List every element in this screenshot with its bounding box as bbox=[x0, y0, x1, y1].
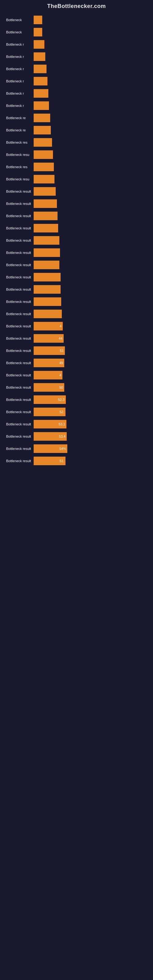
bar-container bbox=[33, 16, 147, 24]
bar-row: Bottleneck r bbox=[6, 38, 147, 50]
bar-container bbox=[33, 187, 147, 196]
bar-row: Bottleneck r bbox=[6, 51, 147, 62]
bar bbox=[33, 175, 54, 183]
bar-value: 4 bbox=[59, 373, 61, 377]
bar bbox=[33, 40, 45, 49]
bar-container: 52. bbox=[33, 407, 147, 416]
bar bbox=[33, 28, 42, 37]
bar-container bbox=[33, 310, 147, 318]
bar-row: Bottleneck res bbox=[6, 137, 147, 148]
bar-row: Bottleneck result bbox=[6, 235, 147, 246]
bar-label: Bottleneck r bbox=[6, 79, 33, 83]
bar: 53.4 bbox=[33, 432, 67, 441]
bar-label: Bottleneck result bbox=[6, 239, 33, 242]
bar-row: Bottleneck result bbox=[6, 210, 147, 222]
bar-label: Bottleneck result bbox=[6, 459, 33, 463]
bar-row: Bottleneck result4 bbox=[6, 369, 147, 381]
bar-row: Bottleneck result54% bbox=[6, 443, 147, 455]
bar: 51. bbox=[33, 457, 65, 465]
bar-label: Bottleneck r bbox=[6, 67, 33, 71]
bar-container: 51. bbox=[33, 457, 147, 465]
bar bbox=[33, 224, 58, 232]
bar-label: Bottleneck r bbox=[6, 92, 33, 95]
bar-container: 52.3 bbox=[33, 395, 147, 404]
bar-container bbox=[33, 28, 147, 37]
bar-container bbox=[33, 52, 147, 61]
bar bbox=[33, 212, 57, 220]
bar-label: Bottleneck result bbox=[6, 202, 33, 205]
bar bbox=[33, 65, 46, 73]
bar-container bbox=[33, 40, 147, 49]
bar-container bbox=[33, 212, 147, 220]
bar: 51 bbox=[33, 346, 65, 355]
bar-row: Bottleneck resu bbox=[6, 149, 147, 161]
bar bbox=[33, 52, 45, 61]
bar-container bbox=[33, 175, 147, 183]
bar bbox=[33, 101, 49, 110]
bar-row: Bottleneck result bbox=[6, 222, 147, 234]
bar-row: Bottleneck result52. bbox=[6, 406, 147, 418]
bar-container bbox=[33, 298, 147, 306]
header: TheBottlenecker.com bbox=[0, 0, 153, 11]
bar-value: 51 bbox=[60, 349, 64, 353]
bar-container bbox=[33, 162, 147, 171]
bar-container bbox=[33, 101, 147, 110]
bar-container bbox=[33, 126, 147, 134]
bar-row: Bottleneck re bbox=[6, 112, 147, 124]
bar-label: Bottleneck result bbox=[6, 398, 33, 401]
bar-container bbox=[33, 89, 147, 98]
bar-label: Bottleneck result bbox=[6, 189, 33, 193]
bar-label: Bottleneck re bbox=[6, 128, 33, 132]
bar: 4 bbox=[33, 371, 62, 379]
bar-label: Bottleneck result bbox=[6, 263, 33, 267]
bar-row: Bottleneck result49 bbox=[6, 357, 147, 369]
bar-row: Bottleneck result53.1 bbox=[6, 418, 147, 430]
bar bbox=[33, 199, 57, 208]
bar-row: Bottleneck resu bbox=[6, 173, 147, 185]
bar-container: 53.4 bbox=[33, 432, 147, 441]
bar-container: 54% bbox=[33, 444, 147, 453]
bar-label: Bottleneck r bbox=[6, 104, 33, 108]
bar bbox=[33, 150, 53, 159]
bar-label: Bottleneck result bbox=[6, 214, 33, 218]
bar-label: Bottleneck result bbox=[6, 349, 33, 353]
bar-container: 49 bbox=[33, 359, 147, 367]
bar-label: Bottleneck result bbox=[6, 422, 33, 426]
bar-row: Bottleneck bbox=[6, 26, 147, 38]
bar-label: Bottleneck re bbox=[6, 116, 33, 120]
bar bbox=[33, 89, 48, 98]
bar bbox=[33, 162, 54, 171]
bar: 52.3 bbox=[33, 395, 66, 404]
bar-label: Bottleneck res bbox=[6, 165, 33, 169]
bar-value: 51. bbox=[60, 459, 64, 463]
bar-row: Bottleneck result4 bbox=[6, 320, 147, 332]
bar-row: Bottleneck result bbox=[6, 296, 147, 307]
bar-row: Bottleneck result44 bbox=[6, 332, 147, 344]
bar-row: Bottleneck result bbox=[6, 259, 147, 271]
bar-container bbox=[33, 138, 147, 147]
bar-row: Bottleneck result bbox=[6, 271, 147, 283]
bar-container bbox=[33, 77, 147, 86]
bar-row: Bottleneck result53.4 bbox=[6, 431, 147, 442]
bar-row: Bottleneck result bbox=[6, 186, 147, 197]
bar-label: Bottleneck result bbox=[6, 288, 33, 291]
bar-row: Bottleneck result51 bbox=[6, 345, 147, 356]
bar bbox=[33, 114, 50, 122]
bar-value: 44 bbox=[59, 337, 62, 340]
bar-value: 49 bbox=[59, 361, 63, 365]
bar bbox=[33, 236, 59, 245]
bar-row: Bottleneck result bbox=[6, 283, 147, 295]
bar-row: Bottleneck result bbox=[6, 198, 147, 210]
bar-label: Bottleneck result bbox=[6, 312, 33, 316]
bar-value: 50 bbox=[59, 385, 63, 389]
bar: 49 bbox=[33, 359, 64, 367]
bar-label: Bottleneck bbox=[6, 18, 33, 22]
bar-label: Bottleneck r bbox=[6, 43, 33, 46]
bar: 54% bbox=[33, 444, 67, 453]
bar-label: Bottleneck bbox=[6, 30, 33, 34]
bar-container: 44 bbox=[33, 334, 147, 343]
bar-container bbox=[33, 236, 147, 245]
bar-container bbox=[33, 248, 147, 257]
bar-row: Bottleneck result52.3 bbox=[6, 394, 147, 406]
bar bbox=[33, 298, 61, 306]
